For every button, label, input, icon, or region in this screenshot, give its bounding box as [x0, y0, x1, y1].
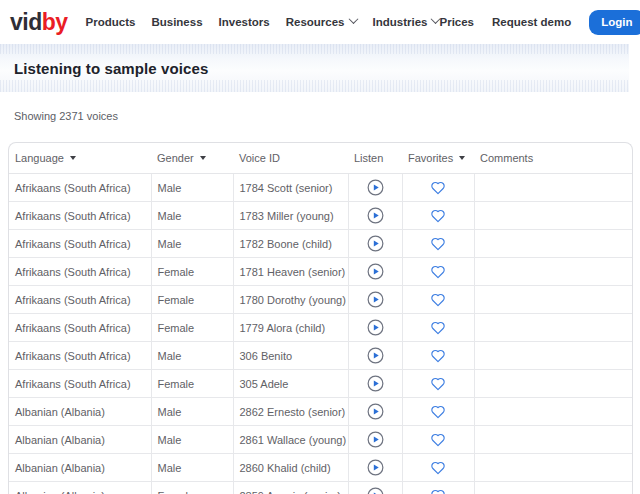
- voice-id-cell: 2860 Khalid (child): [233, 454, 348, 482]
- caret-down-icon: [70, 156, 76, 160]
- comment-cell: [474, 370, 632, 398]
- heart-icon: [430, 488, 446, 494]
- favorite-heart-button[interactable]: [430, 460, 446, 475]
- play-button[interactable]: [367, 403, 384, 420]
- column-label: Comments: [480, 152, 533, 164]
- column-header-gender[interactable]: Gender: [151, 143, 233, 174]
- nav-item-request-demo[interactable]: Request demo: [492, 16, 571, 28]
- logo-text-vid: vid: [10, 9, 42, 35]
- nav-label: Industries: [373, 16, 428, 28]
- heart-icon: [430, 236, 446, 251]
- gender-cell: Male: [151, 454, 233, 482]
- play-icon: [367, 319, 384, 336]
- voices-table-container: Language Gender Voice ID Listen Favorite…: [8, 142, 633, 494]
- play-icon: [367, 459, 384, 476]
- listen-cell: [348, 370, 402, 398]
- nav-item-investors[interactable]: Investors: [219, 16, 270, 28]
- column-header-favorites[interactable]: Favorites: [402, 143, 474, 174]
- caret-down-icon: [459, 156, 465, 160]
- favorite-heart-button[interactable]: [430, 320, 446, 335]
- favorite-heart-button[interactable]: [430, 236, 446, 251]
- nav-item-prices[interactable]: Prices: [439, 16, 474, 28]
- comment-cell: [474, 202, 632, 230]
- language-cell: Afrikaans (South Africa): [9, 202, 151, 230]
- play-button[interactable]: [367, 375, 384, 392]
- page-title: Listening to sample voices: [14, 60, 208, 77]
- table-row: Afrikaans (South Africa) Male 1783 Mille…: [9, 202, 632, 230]
- nav-item-industries[interactable]: Industries: [373, 16, 440, 28]
- voices-table: Language Gender Voice ID Listen Favorite…: [9, 143, 632, 494]
- play-button[interactable]: [367, 291, 384, 308]
- voice-table-body: Afrikaans (South Africa) Male 1784 Scott…: [9, 174, 632, 494]
- favorite-heart-button[interactable]: [430, 180, 446, 195]
- voice-id-cell: 306 Benito: [233, 342, 348, 370]
- voice-id-cell: 1780 Dorothy (young): [233, 286, 348, 314]
- language-cell: Albanian (Albania): [9, 426, 151, 454]
- comment-cell: [474, 230, 632, 258]
- voice-id-cell: 305 Adele: [233, 370, 348, 398]
- favorite-heart-button[interactable]: [430, 264, 446, 279]
- heart-icon: [430, 460, 446, 475]
- listen-cell: [348, 314, 402, 342]
- play-button[interactable]: [367, 263, 384, 280]
- nav-label: Business: [151, 16, 202, 28]
- gender-cell: Male: [151, 426, 233, 454]
- favorite-heart-button[interactable]: [430, 208, 446, 223]
- gender-cell: Female: [151, 286, 233, 314]
- favorites-cell: [402, 286, 474, 314]
- play-button[interactable]: [367, 459, 384, 476]
- play-icon: [367, 291, 384, 308]
- nav-item-business[interactable]: Business: [151, 16, 202, 28]
- listen-cell: [348, 174, 402, 202]
- favorites-cell: [402, 342, 474, 370]
- gender-cell: Male: [151, 230, 233, 258]
- favorite-heart-button[interactable]: [430, 432, 446, 447]
- play-icon: [367, 235, 384, 252]
- vidby-logo[interactable]: vidby: [10, 11, 68, 34]
- column-header-language[interactable]: Language: [9, 143, 151, 174]
- table-row: Afrikaans (South Africa) Male 1784 Scott…: [9, 174, 632, 202]
- language-cell: Afrikaans (South Africa): [9, 342, 151, 370]
- play-button[interactable]: [367, 319, 384, 336]
- nav-label: Prices: [439, 16, 474, 28]
- play-button[interactable]: [367, 235, 384, 252]
- favorites-cell: [402, 230, 474, 258]
- play-button[interactable]: [367, 179, 384, 196]
- column-label: Language: [15, 152, 64, 164]
- table-row: Afrikaans (South Africa) Male 306 Benito: [9, 342, 632, 370]
- favorite-heart-button[interactable]: [430, 488, 446, 494]
- table-row: Afrikaans (South Africa) Female 305 Adel…: [9, 370, 632, 398]
- language-cell: Albanian (Albania): [9, 454, 151, 482]
- favorites-cell: [402, 398, 474, 426]
- favorite-heart-button[interactable]: [430, 376, 446, 391]
- nav-item-resources[interactable]: Resources: [286, 16, 357, 28]
- results-summary: Showing 2371 voices: [14, 110, 640, 122]
- language-cell: Afrikaans (South Africa): [9, 174, 151, 202]
- favorites-cell: [402, 454, 474, 482]
- table-row: Albanian (Albania) Male 2862 Ernesto (se…: [9, 398, 632, 426]
- play-icon: [367, 263, 384, 280]
- play-button[interactable]: [367, 487, 384, 494]
- play-icon: [367, 207, 384, 224]
- comment-cell: [474, 258, 632, 286]
- listen-cell: [348, 342, 402, 370]
- nav-label: Products: [86, 16, 136, 28]
- play-button[interactable]: [367, 431, 384, 448]
- voice-id-cell: 1781 Heaven (senior): [233, 258, 348, 286]
- heart-icon: [430, 432, 446, 447]
- play-button[interactable]: [367, 347, 384, 364]
- listen-cell: [348, 258, 402, 286]
- login-button[interactable]: Login: [589, 10, 640, 35]
- favorites-cell: [402, 482, 474, 494]
- comment-cell: [474, 398, 632, 426]
- voice-id-cell: 1784 Scott (senior): [233, 174, 348, 202]
- play-icon: [367, 347, 384, 364]
- nav-item-products[interactable]: Products: [86, 16, 136, 28]
- favorite-heart-button[interactable]: [430, 292, 446, 307]
- comment-cell: [474, 314, 632, 342]
- play-button[interactable]: [367, 207, 384, 224]
- gender-cell: Female: [151, 370, 233, 398]
- language-cell: Albanian (Albania): [9, 482, 151, 494]
- favorite-heart-button[interactable]: [430, 348, 446, 363]
- favorite-heart-button[interactable]: [430, 404, 446, 419]
